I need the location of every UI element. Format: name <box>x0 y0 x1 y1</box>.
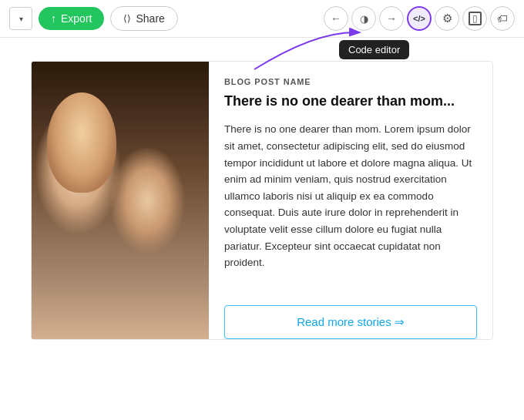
code-editor-button[interactable]: </> <box>407 6 432 31</box>
history-button[interactable]: ◑ <box>351 6 376 31</box>
toolbar: ▾ ↑ Export ⟨⟩ Share ← ◑ → </> ⚙ ▯ 🏷 <box>0 0 524 38</box>
share-icon: ⟨⟩ <box>123 13 131 24</box>
mobile-icon: ▯ <box>469 12 482 25</box>
nav-controls: ← ◑ → </> ⚙ ▯ 🏷 <box>324 6 515 31</box>
card-body: BLOG POST NAME There is no one dearer th… <box>209 62 492 339</box>
back-icon: ← <box>331 12 341 25</box>
settings-button[interactable]: ⚙ <box>435 6 459 31</box>
share-button[interactable]: ⟨⟩ Share <box>110 6 177 31</box>
export-label: Export <box>61 12 92 25</box>
forward-icon: → <box>386 12 397 25</box>
save-button[interactable]: 🏷 <box>490 6 515 31</box>
settings-icon: ⚙ <box>442 12 452 25</box>
blog-card: BLOG POST NAME There is no one dearer th… <box>31 61 493 340</box>
tooltip-box: Code editor <box>339 40 409 59</box>
main-content: BLOG POST NAME There is no one dearer th… <box>0 38 524 355</box>
forward-button[interactable]: → <box>379 6 404 31</box>
blog-image <box>32 62 209 339</box>
blog-title: There is no one dearer than mom... <box>224 92 477 110</box>
read-more-button[interactable]: Read more stories ⇒ <box>224 305 477 339</box>
blog-category-label: BLOG POST NAME <box>224 77 477 86</box>
code-editor-icon: </> <box>413 14 425 23</box>
dropdown-button[interactable]: ▾ <box>9 7 32 30</box>
export-icon: ↑ <box>51 12 56 25</box>
tooltip-label: Code editor <box>348 44 400 55</box>
history-icon: ◑ <box>360 13 368 25</box>
chevron-down-icon: ▾ <box>19 15 23 23</box>
mobile-preview-button[interactable]: ▯ <box>462 6 487 31</box>
back-button[interactable]: ← <box>324 6 348 31</box>
code-editor-tooltip: Code editor <box>339 40 409 59</box>
share-label: Share <box>136 12 164 25</box>
blog-body-text: There is no one dearer than mom. Lorem i… <box>224 121 477 293</box>
export-button[interactable]: ↑ Export <box>39 7 104 30</box>
save-icon: 🏷 <box>497 12 508 25</box>
